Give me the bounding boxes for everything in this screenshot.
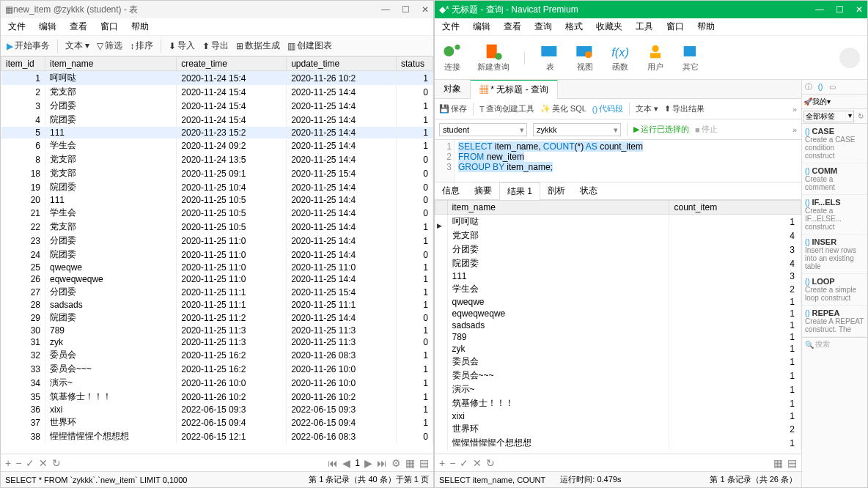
menu-edit[interactable]: 编辑 (473, 21, 490, 33)
table-row[interactable]: 1113 (435, 270, 801, 282)
grid-view-icon[interactable]: ▦ (773, 457, 783, 469)
table-row[interactable]: 32委员会2020-11-25 16:22020-11-26 08:31 (1, 348, 433, 362)
table-row[interactable]: 27分团委2020-11-25 11:12020-11-25 15:41 (1, 285, 433, 299)
menu-tools[interactable]: 工具 (636, 21, 653, 33)
maximize-icon[interactable]: ☐ (402, 4, 410, 15)
grid-view-icon[interactable]: ▦ (405, 457, 415, 469)
prev-page-button[interactable]: ◀ (342, 457, 350, 469)
generate-data-button[interactable]: ⊞数据生成 (236, 40, 280, 52)
table-row[interactable]: 201112020-11-25 10:52020-11-25 14:40 (1, 194, 433, 206)
stop-button[interactable]: ■停止 (695, 124, 718, 135)
next-page-button[interactable]: ▶ (364, 457, 372, 469)
save-button[interactable]: 💾保存 (439, 103, 467, 114)
table-row[interactable]: 6学生会2020-11-24 09:22020-11-25 14:41 (1, 138, 433, 152)
layers-icon[interactable]: ▭ (827, 83, 837, 91)
add-row-button[interactable]: + (439, 457, 445, 469)
function-button[interactable]: f(x)函数 (610, 42, 630, 73)
minimize-icon[interactable]: — (815, 4, 824, 15)
table-row[interactable]: 呵呵哒1 (435, 215, 801, 229)
table-row[interactable]: 36xixi2022-06-15 09:32022-06-15 09:31 (1, 404, 433, 415)
table-row[interactable]: 33委员会~~~2020-11-25 16:22020-11-26 10:01 (1, 362, 433, 376)
cancel-button[interactable]: ✕ (39, 457, 48, 469)
menu-query[interactable]: 查询 (534, 21, 552, 33)
refresh-button[interactable]: ↻ (52, 457, 61, 469)
table-row[interactable]: sadsads1 (435, 319, 801, 331)
table-row[interactable]: 35筑基修士！！！2020-11-26 10:22020-11-26 10:21 (1, 390, 433, 404)
column-header[interactable]: item_name (447, 201, 669, 215)
table-row[interactable]: 29院团委2020-11-25 11:22020-11-25 14:40 (1, 311, 433, 325)
text-button[interactable]: 文本 ▾ (636, 103, 658, 114)
user-button[interactable]: 用户 (645, 42, 666, 73)
table-row[interactable]: 党支部4 (435, 229, 801, 243)
form-view-icon[interactable]: ▤ (419, 457, 429, 469)
other-button[interactable]: 其它 (680, 42, 701, 73)
table-row[interactable]: 演示~1 (435, 382, 801, 396)
my-snippets-button[interactable]: 🚀我的▾ (803, 97, 831, 107)
menu-file[interactable]: 文件 (442, 21, 460, 33)
tab-result-1[interactable]: 结果 1 (499, 182, 540, 201)
menu-format[interactable]: 格式 (565, 21, 583, 33)
database-combo[interactable]: zykkk (533, 123, 621, 136)
first-page-button[interactable]: ⏮ (328, 457, 338, 469)
table-row[interactable]: 21学生会2020-11-25 10:52020-11-25 14:40 (1, 206, 433, 220)
settings-icon[interactable]: ⚙ (391, 457, 401, 469)
text-button[interactable]: 文本 ▾ (65, 40, 89, 52)
search-input[interactable]: 搜索 (815, 339, 830, 350)
table-row[interactable]: qweqwe1 (435, 296, 801, 308)
menu-view[interactable]: 查看 (70, 21, 87, 33)
user-avatar[interactable] (839, 48, 860, 68)
table-row[interactable]: 2党支部2020-11-24 15:42020-11-25 14:40 (1, 85, 433, 99)
table-row[interactable]: eqweqweqwe1 (435, 308, 801, 319)
menu-window[interactable]: 窗口 (666, 21, 684, 33)
snippet-item[interactable]: () REPEACreate A REPEAT construct. The (802, 306, 867, 337)
column-header[interactable]: item_name (45, 57, 177, 71)
menu-help[interactable]: 帮助 (131, 21, 149, 33)
add-row-button[interactable]: + (5, 457, 11, 469)
snippet-item[interactable]: () CASECreate a CASE condition construct (802, 124, 867, 163)
table-row[interactable]: 8党支部2020-11-24 13:52020-11-25 14:40 (1, 152, 433, 166)
filter-button[interactable]: ▽筛选 (97, 40, 122, 52)
column-header[interactable]: update_time (287, 57, 397, 71)
info-icon[interactable]: ⓘ (803, 82, 814, 92)
menu-file[interactable]: 文件 (8, 21, 26, 33)
run-selected-button[interactable]: ▶运行已选择的 (633, 124, 689, 135)
table-row[interactable]: 4院团委2020-11-24 15:42020-11-25 14:41 (1, 113, 433, 127)
menu-window[interactable]: 窗口 (100, 21, 118, 33)
table-row[interactable]: 38惺惺惜惺惺个想想想2022-06-15 12:12022-06-16 08:… (1, 429, 433, 443)
close-icon[interactable]: ✕ (856, 4, 863, 15)
confirm-button[interactable]: ✓ (26, 457, 34, 469)
table-row[interactable]: 分团委3 (435, 243, 801, 256)
table-row[interactable]: 22党支部2020-11-25 10:52020-11-25 14:41 (1, 220, 433, 234)
menu-view[interactable]: 查看 (504, 21, 521, 33)
sql-editor[interactable]: 123 SELECT item_name, COUNT(*) AS count_… (435, 140, 801, 182)
sort-button[interactable]: ↕排序 (130, 40, 153, 52)
cancel-button[interactable]: ✕ (473, 457, 482, 469)
table-row[interactable]: 委员会~~~1 (435, 369, 801, 382)
table-row[interactable]: 惺惺惜惺惺个想想想1 (435, 436, 801, 450)
view-button[interactable]: 视图 (575, 42, 595, 73)
tab-profile[interactable]: 剖析 (540, 182, 573, 199)
column-header[interactable]: item_id (1, 57, 45, 71)
table-row[interactable]: 31zyk2020-11-25 11:32020-11-25 11:30 (1, 336, 433, 348)
table-row[interactable]: 34演示~2020-11-26 10:02020-11-26 10:01 (1, 376, 433, 390)
table-row[interactable]: 院团委4 (435, 256, 801, 270)
table-row[interactable]: 307892020-11-25 11:32020-11-25 11:31 (1, 325, 433, 336)
connection-button[interactable]: 连接 (442, 42, 463, 73)
column-header[interactable]: count_item (669, 201, 801, 215)
data-table[interactable]: item_iditem_namecreate_timeupdate_timest… (1, 56, 433, 454)
beautify-sql-button[interactable]: ✨美化 SQL (540, 103, 586, 114)
tab-status[interactable]: 状态 (573, 182, 605, 199)
table-row[interactable]: 委员会1 (435, 355, 801, 369)
tab-info[interactable]: 信息 (435, 182, 467, 199)
menu-help[interactable]: 帮助 (697, 21, 715, 33)
snippet-item[interactable]: () LOOPCreate a simple loop construct (802, 274, 867, 306)
export-result-button[interactable]: ⬆导出结果 (664, 103, 705, 114)
delete-row-button[interactable]: − (15, 457, 21, 469)
snippet-item[interactable]: () COMMCreate a comment (802, 163, 867, 195)
table-row[interactable]: 18党支部2020-11-25 09:12020-11-25 15:40 (1, 166, 433, 180)
snippet-button[interactable]: ()代码段 (592, 103, 623, 114)
table-button[interactable]: 表 (540, 42, 560, 73)
create-chart-button[interactable]: ▥创建图表 (287, 40, 332, 52)
column-header[interactable]: status (397, 57, 433, 71)
table-row[interactable]: 学生会2 (435, 282, 801, 296)
